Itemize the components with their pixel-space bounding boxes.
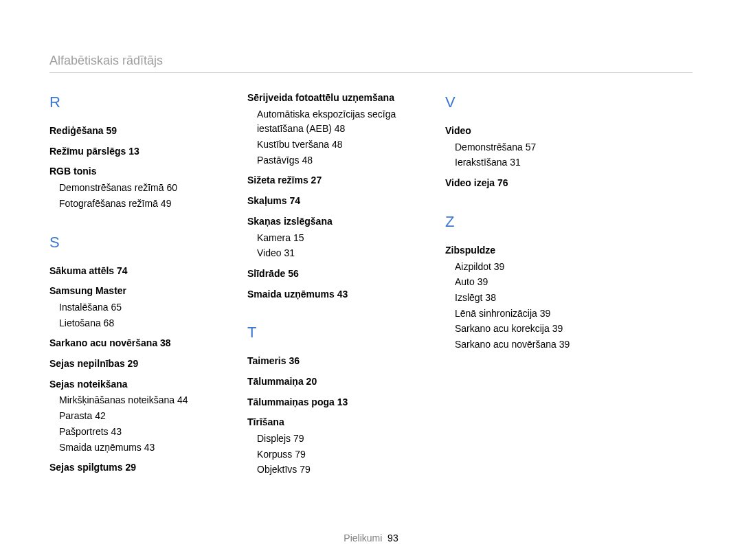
subentry-label: Sarkano acu novēršana xyxy=(455,339,556,350)
index-subentry[interactable]: Kustību tveršana 48 xyxy=(257,137,412,153)
subentry-page: 39 xyxy=(494,261,505,272)
subentry-label: Auto xyxy=(455,276,475,287)
subentry-page: 79 xyxy=(295,449,306,460)
entry-line[interactable]: Sarkano acu novēršana 38 xyxy=(49,336,214,351)
index-subentry[interactable]: Sarkano acu novēršana 39 xyxy=(455,337,610,352)
entry-line[interactable]: Smaida uzņēmums 43 xyxy=(247,287,412,302)
entry-line[interactable]: Režīmu pārslēgs 13 xyxy=(49,144,214,159)
subentry-page: 15 xyxy=(293,232,304,243)
index-subentry[interactable]: Demonstrēšanas režīmā 60 xyxy=(59,181,214,196)
entry-line[interactable]: Video izeja 76 xyxy=(445,176,610,191)
subentry-label: Demonstrēšana xyxy=(455,142,523,153)
entry-line[interactable]: Rediģēšana 59 xyxy=(49,124,214,139)
index-entry: Rediģēšana 59 xyxy=(49,124,214,139)
entry-label: Rediģēšana xyxy=(49,125,104,136)
entry-page: 59 xyxy=(106,125,117,136)
footer-label: Pielikumi xyxy=(344,533,382,544)
entry-line[interactable]: RGB tonis xyxy=(49,164,214,179)
page-header: Alfabētiskais rādītājs xyxy=(49,54,693,73)
subentries: Kamera 15Video 31 xyxy=(247,231,412,261)
index-entry: TīrīšanaDisplejs 79Korpuss 79Objektīvs 7… xyxy=(247,415,412,478)
entry-page: 74 xyxy=(117,265,128,276)
index-group: SSākuma attēls 74Samsung MasterInstalēša… xyxy=(49,231,214,475)
entry-line[interactable]: Sērijveida fotoattēlu uzņemšana xyxy=(247,91,412,106)
index-entry: ZibspuldzeAizpildot 39Auto 39Izslēgt 38L… xyxy=(445,243,610,352)
entry-line[interactable]: Sejas noteikšana xyxy=(49,377,214,392)
entry-line[interactable]: Sejas nepilnības 29 xyxy=(49,357,214,372)
index-group: TTaimeris 36Tālummaiņa 20Tālummaiņas pog… xyxy=(247,321,412,478)
index-group: VVideoDemonstrēšana 57Ierakstīšana 31Vid… xyxy=(445,91,610,191)
entry-label: Sarkano acu novēršana xyxy=(49,337,157,348)
index-group: Sērijveida fotoattēlu uzņemšanaAutomātis… xyxy=(247,91,412,302)
entry-label: Tīrīšana xyxy=(247,416,284,427)
index-subentry[interactable]: Aizpildot 39 xyxy=(455,260,610,275)
index-subentry[interactable]: Displejs 79 xyxy=(257,432,412,447)
entry-line[interactable]: Skaļums 74 xyxy=(247,194,412,209)
entry-label: Skaņas izslēgšana xyxy=(247,216,333,227)
entry-label: Sejas nepilnības xyxy=(49,358,125,369)
index-entry: Sejas spilgtums 29 xyxy=(49,460,214,475)
subentries: Automātiska ekspozīcijas secīga iestatīš… xyxy=(247,107,412,168)
index-subentry[interactable]: Automātiska ekspozīcijas secīga iestatīš… xyxy=(257,107,412,137)
subentry-page: 79 xyxy=(300,464,311,475)
subentry-label: Izslēgt xyxy=(455,292,482,303)
entry-line[interactable]: Tālummaiņa 20 xyxy=(247,374,412,390)
header-title: Alfabētiskais rādītājs xyxy=(49,54,163,67)
index-entry: Sākuma attēls 74 xyxy=(49,264,214,279)
index-subentry[interactable]: Kamera 15 xyxy=(257,231,412,246)
index-subentry[interactable]: Lēnā sinhronizācija 39 xyxy=(455,306,610,322)
entry-label: Sākuma attēls xyxy=(49,265,114,276)
entry-line[interactable]: Video xyxy=(445,124,610,139)
index-subentry[interactable]: Korpuss 79 xyxy=(257,447,412,462)
index-subentry[interactable]: Pašportrets 43 xyxy=(59,425,214,440)
index-entry: Taimeris 36 xyxy=(247,354,412,369)
subentry-page: 31 xyxy=(284,247,295,258)
index-entry: Smaida uzņēmums 43 xyxy=(247,287,412,302)
subentry-page: 49 xyxy=(161,198,172,209)
entry-line[interactable]: Taimeris 36 xyxy=(247,354,412,369)
subentry-page: 39 xyxy=(477,276,488,287)
subentry-label: Parasta xyxy=(59,410,92,421)
subentries: Demonstrēšana 57Ierakstīšana 31 xyxy=(445,140,610,170)
index-subentry[interactable]: Fotografēšanas režīmā 49 xyxy=(59,197,214,212)
subentry-page: 31 xyxy=(510,157,521,168)
subentry-page: 57 xyxy=(526,142,537,153)
index-entry: Sarkano acu novēršana 38 xyxy=(49,336,214,351)
index-subentry[interactable]: Lietošana 68 xyxy=(59,316,214,331)
index-subentry[interactable]: Sarkano acu korekcija 39 xyxy=(455,322,610,337)
index-subentry[interactable]: Demonstrēšana 57 xyxy=(455,140,610,155)
entry-line[interactable]: Sižeta režīms 27 xyxy=(247,173,412,188)
index-subentry[interactable]: Objektīvs 79 xyxy=(257,462,412,478)
subentry-label: Lēnā sinhronizācija xyxy=(455,308,537,319)
entry-line[interactable]: Sākuma attēls 74 xyxy=(49,264,214,279)
entry-label: Zibspuldze xyxy=(445,245,495,256)
entry-line[interactable]: Skaņas izslēgšana xyxy=(247,214,412,229)
entry-line[interactable]: Sejas spilgtums 29 xyxy=(49,460,214,475)
entry-page: 13 xyxy=(128,146,139,157)
entry-line[interactable]: Zibspuldze xyxy=(445,243,610,258)
index-subentry[interactable]: Ierakstīšana 31 xyxy=(455,155,610,170)
index-entry: Sižeta režīms 27 xyxy=(247,173,412,188)
index-subentry[interactable]: Video 31 xyxy=(257,246,412,261)
group-letter: Z xyxy=(445,210,610,234)
index-subentry[interactable]: Instalēšana 65 xyxy=(59,300,214,315)
entry-line[interactable]: Slīdrāde 56 xyxy=(247,267,412,282)
index-entry: Sejas noteikšanaMirkšķināšanas noteikšan… xyxy=(49,377,214,455)
index-entry: Tālummaiņas poga 13 xyxy=(247,395,412,410)
index-subentry[interactable]: Izslēgt 38 xyxy=(455,291,610,306)
index-column: Sērijveida fotoattēlu uzņemšanaAutomātis… xyxy=(247,91,412,483)
index-subentry[interactable]: Pastāvīgs 48 xyxy=(257,153,412,168)
subentry-page: 65 xyxy=(111,302,122,313)
entry-line[interactable]: Samsung Master xyxy=(49,284,214,299)
index-subentry[interactable]: Mirkšķināšanas noteikšana 44 xyxy=(59,393,214,408)
index-subentry[interactable]: Smaida uzņēmums 43 xyxy=(59,440,214,456)
index-subentry[interactable]: Parasta 42 xyxy=(59,409,214,424)
entry-line[interactable]: Tīrīšana xyxy=(247,415,412,430)
entry-line[interactable]: Tālummaiņas poga 13 xyxy=(247,395,412,410)
entry-label: Samsung Master xyxy=(49,285,126,296)
subentries: Displejs 79Korpuss 79Objektīvs 79 xyxy=(247,432,412,478)
group-letter: R xyxy=(49,91,214,114)
subentry-label: Pašportrets xyxy=(59,426,109,437)
entry-label: Tālummaiņas poga xyxy=(247,396,335,407)
index-subentry[interactable]: Auto 39 xyxy=(455,275,610,290)
